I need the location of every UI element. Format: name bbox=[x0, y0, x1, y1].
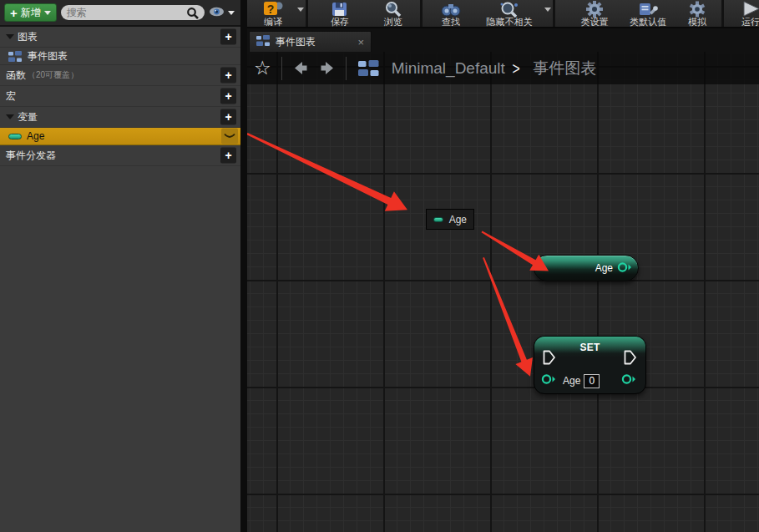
toolbar-button-browse[interactable]: 浏览 bbox=[368, 0, 418, 27]
blueprint-editor: + 新增 搜索 图表+事件图表函数（20可覆盖）+宏+变量+Age事件分发器+ … bbox=[0, 0, 759, 532]
toolbar-button-find[interactable]: 查找 bbox=[428, 0, 474, 27]
sidebar-row-event-dispatchers[interactable]: 事件分发器+ bbox=[0, 145, 240, 166]
search-icon bbox=[186, 7, 199, 19]
hide-unrelated-icon bbox=[499, 1, 519, 17]
sidebar-row-variables[interactable]: 变量+ bbox=[0, 107, 240, 128]
value-output-pin-icon[interactable] bbox=[621, 373, 636, 388]
plus-icon: + bbox=[10, 7, 18, 19]
close-icon[interactable]: × bbox=[357, 37, 364, 48]
search-placeholder: 搜索 bbox=[67, 6, 87, 20]
exec-input-pin-icon[interactable] bbox=[543, 350, 556, 368]
toolbar-button-hide-unrelated[interactable]: 隐藏不相关 bbox=[474, 0, 544, 27]
add-button[interactable]: + bbox=[220, 29, 236, 45]
chevron-down-icon[interactable] bbox=[544, 8, 551, 12]
setter-node-title: SET bbox=[579, 342, 600, 353]
row-label: 宏 bbox=[6, 89, 16, 104]
simulate-icon bbox=[688, 1, 706, 17]
toolbar-button-compile[interactable]: ?编译 bbox=[249, 0, 297, 27]
collapse-arrow-icon[interactable] bbox=[6, 34, 14, 39]
collapse-arrow-icon[interactable] bbox=[6, 114, 14, 119]
tab-label: 事件图表 bbox=[276, 35, 316, 49]
back-arrow-icon[interactable] bbox=[293, 61, 308, 75]
toolbar-label: 编译 bbox=[264, 17, 282, 27]
variable-pill-icon bbox=[433, 217, 443, 222]
chevron-down-icon bbox=[44, 11, 51, 15]
add-new-label: 新增 bbox=[21, 6, 41, 20]
row-label: 事件图表 bbox=[28, 49, 68, 63]
tab-event-graph[interactable]: 事件图表 × bbox=[249, 31, 372, 52]
row-label: 事件分发器 bbox=[6, 149, 56, 163]
add-button[interactable]: + bbox=[220, 109, 236, 125]
find-icon bbox=[441, 1, 461, 17]
graph-canvas[interactable]: ☆ Minimal_Default > 事件图表 Age bbox=[247, 52, 759, 532]
main-toolbar: ?编译保存浏览查找隐藏不相关类设置类默认值模拟运行 bbox=[247, 0, 759, 28]
toolbar-button-class-defaults[interactable]: 类默认值 bbox=[621, 0, 675, 27]
save-icon bbox=[331, 1, 349, 17]
exec-output-pin-icon[interactable] bbox=[624, 350, 637, 368]
compile-icon: ? bbox=[263, 1, 284, 17]
row-label: Age bbox=[27, 130, 44, 142]
toolbar-button-simulate[interactable]: 模拟 bbox=[675, 0, 720, 27]
sidebar-row-macros[interactable]: 宏+ bbox=[0, 86, 240, 107]
panel-divider[interactable] bbox=[240, 0, 247, 532]
toolbar-button-class-settings[interactable]: 类设置 bbox=[568, 0, 621, 27]
svg-text:?: ? bbox=[266, 2, 274, 15]
row-sublabel: （20可覆盖） bbox=[28, 69, 78, 81]
graph-icon bbox=[358, 60, 379, 76]
add-button[interactable]: + bbox=[220, 148, 236, 164]
breadcrumb-separator: > bbox=[512, 58, 519, 79]
class-defaults-icon bbox=[638, 1, 658, 17]
toolbar-label: 浏览 bbox=[384, 17, 402, 27]
add-button[interactable]: + bbox=[220, 89, 236, 104]
class-settings-icon bbox=[585, 1, 604, 17]
setter-pin-label: Age bbox=[563, 375, 580, 387]
toolbar-label: 查找 bbox=[442, 17, 460, 27]
sidebar-row-functions[interactable]: 函数（20可覆盖）+ bbox=[0, 65, 240, 86]
annotation-arrows bbox=[247, 52, 759, 532]
chevron-down-icon[interactable] bbox=[297, 8, 304, 12]
toolbar-button-save[interactable]: 保存 bbox=[311, 0, 368, 27]
visibility-filter-icon[interactable] bbox=[209, 5, 225, 20]
my-blueprint-toolbar: + 新增 搜索 bbox=[0, 0, 240, 27]
breadcrumb: ☆ Minimal_Default > 事件图表 bbox=[247, 52, 759, 84]
toolbar-label: 类设置 bbox=[581, 17, 609, 27]
sidebar-row-graphs[interactable]: 图表+ bbox=[0, 27, 240, 48]
toolbar-label: 保存 bbox=[331, 17, 349, 27]
breadcrumb-root[interactable]: Minimal_Default bbox=[392, 59, 505, 78]
variable-drag-label: Age bbox=[449, 214, 467, 225]
eye-closed-icon[interactable] bbox=[221, 129, 238, 144]
breadcrumb-current[interactable]: 事件图表 bbox=[533, 58, 596, 79]
add-button[interactable]: + bbox=[220, 68, 236, 84]
favorite-star-icon[interactable]: ☆ bbox=[254, 58, 271, 78]
setter-node-age[interactable]: SET Age 0 bbox=[534, 336, 646, 394]
sidebar-row-variable-age[interactable]: Age bbox=[0, 128, 240, 145]
graph-icon bbox=[8, 51, 23, 62]
getter-node-label: Age bbox=[595, 262, 613, 274]
getter-node-age[interactable]: Age bbox=[534, 255, 639, 281]
toolbar-label: 隐藏不相关 bbox=[487, 17, 533, 27]
graph-icon bbox=[256, 35, 271, 48]
row-label: 变量 bbox=[18, 110, 38, 124]
sidebar-row-event-graph[interactable]: 事件图表 bbox=[0, 48, 240, 65]
play-icon bbox=[740, 1, 759, 17]
variable-drag-node[interactable]: Age bbox=[426, 209, 474, 230]
toolbar-button-play[interactable]: 运行 bbox=[726, 0, 759, 27]
value-field[interactable]: 0 bbox=[584, 374, 600, 388]
tab-strip: 事件图表 × bbox=[247, 28, 759, 52]
toolbar-label: 运行 bbox=[741, 17, 759, 27]
my-blueprint-panel: + 新增 搜索 图表+事件图表函数（20可覆盖）+宏+变量+Age事件分发器+ bbox=[0, 0, 240, 532]
browse-icon bbox=[384, 1, 402, 17]
toolbar-label: 模拟 bbox=[688, 17, 706, 27]
row-label: 函数 bbox=[6, 68, 26, 83]
variable-pill-icon bbox=[8, 134, 22, 139]
chevron-down-icon[interactable] bbox=[228, 11, 235, 15]
search-input[interactable]: 搜索 bbox=[61, 5, 205, 20]
value-input-pin-icon[interactable] bbox=[541, 373, 556, 388]
forward-arrow-icon[interactable] bbox=[320, 61, 335, 75]
toolbar-label: 类默认值 bbox=[630, 17, 666, 27]
add-new-button[interactable]: + 新增 bbox=[4, 3, 57, 22]
output-pin-icon[interactable] bbox=[617, 261, 632, 276]
row-label: 图表 bbox=[18, 30, 38, 44]
